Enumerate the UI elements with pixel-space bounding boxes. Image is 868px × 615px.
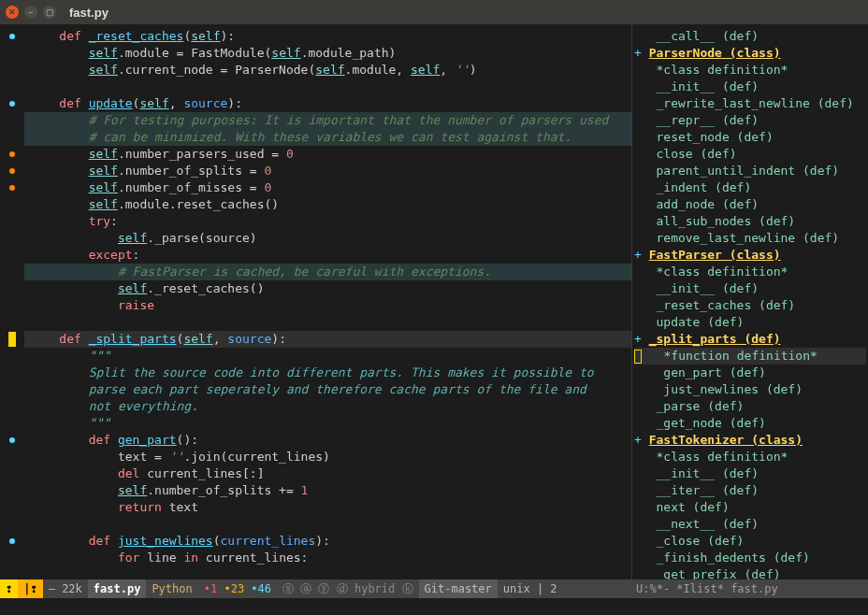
code-line[interactable]: try:: [24, 213, 631, 230]
outline-item[interactable]: __repr__ (def): [634, 112, 866, 129]
maximize-icon[interactable]: ▢: [43, 6, 56, 19]
flycheck-counts: •1 •23 •46: [198, 579, 277, 598]
outline-item[interactable]: all_sub_nodes (def): [634, 213, 866, 230]
gutter-mark: [0, 213, 24, 230]
gutter-mark: [0, 381, 24, 398]
cursor-icon: [634, 350, 642, 364]
code-line[interactable]: def just_newlines(current_lines):: [24, 533, 631, 550]
outline-item[interactable]: next (def): [634, 499, 866, 516]
close-icon[interactable]: ✕: [6, 6, 19, 19]
outline-item[interactable]: _reset_caches (def): [634, 297, 866, 314]
code-line[interactable]: def _reset_caches(self):: [24, 28, 631, 45]
gutter: [0, 24, 24, 579]
outline-item[interactable]: gen_part (def): [634, 365, 866, 381]
gutter-mark: [0, 314, 24, 331]
gutter-mark: [0, 516, 24, 533]
outline-pane[interactable]: __call__ (def)+ ParserNode (class) *clas…: [632, 24, 868, 579]
gutter-mark: [0, 62, 24, 79]
outline-item[interactable]: + _split_parts (def): [634, 331, 866, 348]
code-line[interactable]: return text: [24, 499, 631, 516]
outline-item[interactable]: _indent (def): [634, 179, 866, 196]
code-line[interactable]: [24, 516, 631, 533]
code-line[interactable]: self.number_of_splits = 0: [24, 163, 631, 179]
gutter-mark: [0, 365, 24, 381]
outline-item[interactable]: add_node (def): [634, 196, 866, 213]
outline-item[interactable]: + FastTokenizer (class): [634, 432, 866, 449]
code-line[interactable]: self.number_of_misses = 0: [24, 179, 631, 196]
outline-item[interactable]: reset_node (def): [634, 129, 866, 146]
code-line[interactable]: [24, 314, 631, 331]
outline-item[interactable]: just_newlines (def): [634, 381, 866, 398]
code-line[interactable]: """: [24, 415, 631, 432]
code-line[interactable]: text = ''.join(current_lines): [24, 449, 631, 465]
gutter-mark: [0, 449, 24, 465]
outline-item[interactable]: _close (def): [634, 533, 866, 550]
outline-item[interactable]: __next__ (def): [634, 516, 866, 533]
outline-item[interactable]: _get_node (def): [634, 415, 866, 432]
code-line[interactable]: self.module.reset_caches(): [24, 196, 631, 213]
outline-item[interactable]: *class definition*: [634, 62, 866, 79]
code-line[interactable]: del current_lines[:]: [24, 465, 631, 482]
editor-pane[interactable]: def _reset_caches(self): self.module = F…: [0, 24, 632, 579]
gutter-mark: [0, 196, 24, 213]
code-line[interactable]: def update(self, source):: [24, 95, 631, 112]
gutter-mark: [0, 112, 24, 129]
outline-item[interactable]: *class definition*: [634, 264, 866, 280]
gutter-mark: [0, 179, 24, 196]
gutter-mark: [0, 230, 24, 247]
minibuffer[interactable]: [0, 598, 868, 615]
gutter-mark: [0, 432, 24, 449]
code-line[interactable]: """: [24, 348, 631, 365]
window-title: fast.py: [69, 6, 108, 20]
gutter-mark: [0, 348, 24, 365]
code-line[interactable]: # can be minimized. With these variables…: [24, 129, 631, 146]
code-line[interactable]: def _split_parts(self, source):: [24, 331, 631, 348]
code-line[interactable]: Split the source code into different par…: [24, 365, 631, 381]
gutter-mark: [0, 95, 24, 112]
code-line[interactable]: self.module = FastModule(self.module_pat…: [24, 45, 631, 62]
gutter-mark: [0, 499, 24, 516]
code-line[interactable]: def gen_part():: [24, 432, 631, 449]
outline-item[interactable]: _rewrite_last_newline (def): [634, 95, 866, 112]
position-indicator: — 22k: [43, 579, 88, 598]
outline-item[interactable]: __init__ (def): [634, 280, 866, 297]
code-line[interactable]: self.number_of_splits += 1: [24, 482, 631, 499]
outline-item[interactable]: _finish_dedents (def): [634, 550, 866, 566]
outline-item[interactable]: *function definition*: [634, 348, 866, 365]
outline-item[interactable]: + ParserNode (class): [634, 45, 866, 62]
code-line[interactable]: not everything.: [24, 398, 631, 415]
code-line[interactable]: self._parse(source): [24, 230, 631, 247]
outline-item[interactable]: *class definition*: [634, 449, 866, 465]
code-line[interactable]: self.current_node = ParserNode(self.modu…: [24, 62, 631, 79]
outline-item[interactable]: __call__ (def): [634, 28, 866, 45]
outline-item[interactable]: close (def): [634, 146, 866, 163]
code-line[interactable]: [24, 79, 631, 95]
outline-item[interactable]: _parse (def): [634, 398, 866, 415]
gutter-mark: [0, 129, 24, 146]
code-area[interactable]: def _reset_caches(self): self.module = F…: [24, 24, 631, 579]
code-line[interactable]: raise: [24, 297, 631, 314]
outline-item[interactable]: + FastParser (class): [634, 247, 866, 264]
code-line[interactable]: # FastParser is cached, be careful with …: [24, 264, 631, 280]
gutter-mark: [0, 550, 24, 566]
gutter-mark: [0, 482, 24, 499]
modeline-left: ❢ |❢ — 22k fast.py Python •1 •23 •46 ⓢ ⓐ…: [0, 579, 632, 598]
gutter-mark: [0, 247, 24, 264]
outline-item[interactable]: parent_until_indent (def): [634, 163, 866, 179]
code-line[interactable]: parse each part seperately and therefore…: [24, 381, 631, 398]
gutter-mark: [0, 28, 24, 45]
outline-item[interactable]: remove_last_newline (def): [634, 230, 866, 247]
minimize-icon[interactable]: –: [24, 6, 37, 19]
code-line[interactable]: except:: [24, 247, 631, 264]
outline-item[interactable]: __iter__ (def): [634, 482, 866, 499]
outline-item[interactable]: __init__ (def): [634, 465, 866, 482]
outline-item[interactable]: __init__ (def): [634, 79, 866, 95]
outline-item[interactable]: update (def): [634, 314, 866, 331]
code-line[interactable]: # For testing purposes: It is important …: [24, 112, 631, 129]
outline-item[interactable]: _get_prefix (def): [634, 566, 866, 579]
encoding: unix | 2: [498, 579, 563, 598]
gutter-mark: [0, 297, 24, 314]
code-line[interactable]: self.number_parsers_used = 0: [24, 146, 631, 163]
code-line[interactable]: for line in current_lines:: [24, 550, 631, 566]
code-line[interactable]: self._reset_caches(): [24, 280, 631, 297]
